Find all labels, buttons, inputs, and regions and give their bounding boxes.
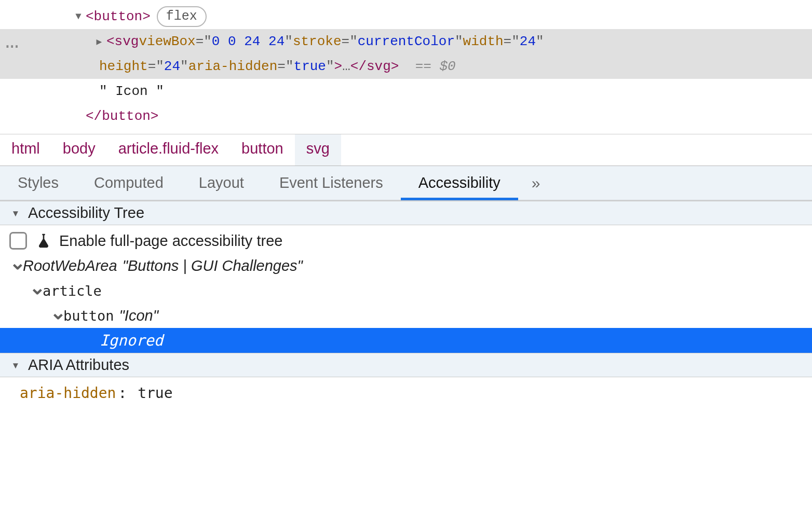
section-title: Accessibility Tree [28, 204, 144, 222]
chevron-down-icon [8, 360, 23, 371]
dom-node-svg-wrap[interactable]: height="24" aria-hidden="true">…</svg> =… [0, 54, 812, 79]
expand-toggle-icon[interactable] [92, 36, 106, 48]
tabs-overflow-icon[interactable]: » [518, 169, 556, 198]
acc-node-article[interactable]: article [0, 278, 812, 303]
expand-toggle-icon[interactable] [71, 11, 86, 22]
chevron-down-icon [8, 208, 23, 219]
section-title: ARIA Attributes [28, 356, 129, 374]
crumb-svg[interactable]: svg [295, 134, 341, 166]
dom-node-button-open[interactable]: <button> flex [0, 4, 812, 29]
tab-accessibility[interactable]: Accessibility [401, 166, 518, 200]
acc-node-ignored[interactable]: Ignored [0, 328, 812, 353]
tab-event-listeners[interactable]: Event Listeners [262, 166, 401, 200]
aria-attributes-body: aria-hidden: true [0, 377, 812, 411]
crumb-button[interactable]: button [230, 134, 295, 166]
acc-node-button[interactable]: button "Icon" [0, 303, 812, 328]
enable-full-page-tree-checkbox[interactable] [9, 232, 27, 250]
chevron-down-icon[interactable] [50, 304, 63, 327]
tab-styles[interactable]: Styles [0, 166, 76, 200]
section-accessibility-tree[interactable]: Accessibility Tree [0, 201, 812, 225]
aria-attr-value: true [138, 384, 172, 402]
chevron-down-icon[interactable] [29, 279, 43, 302]
dom-node-button-close[interactable]: </button> [0, 104, 812, 129]
dom-tree[interactable]: <button> flex … <svg viewBox="0 0 24 24"… [0, 0, 812, 134]
enable-full-page-tree-row[interactable]: Enable full-page accessibility tree [0, 228, 812, 253]
tab-layout[interactable]: Layout [181, 166, 262, 200]
crumb-article[interactable]: article.fluid-flex [107, 134, 230, 166]
aria-attr-name: aria-hidden [20, 384, 116, 402]
dom-node-text[interactable]: " Icon " [0, 79, 812, 104]
dollar-zero-ref: == $0 [415, 59, 456, 74]
enable-full-page-tree-label: Enable full-page accessibility tree [59, 232, 282, 250]
breadcrumb: html body article.fluid-flex button svg [0, 134, 812, 166]
chevron-down-icon[interactable] [9, 254, 23, 277]
flex-badge[interactable]: flex [157, 6, 207, 27]
flask-icon [35, 232, 52, 249]
sidebar-tabs: Styles Computed Layout Event Listeners A… [0, 166, 812, 201]
acc-node-root[interactable]: RootWebArea "Buttons | GUI Challenges" [0, 253, 812, 278]
tab-computed[interactable]: Computed [76, 166, 181, 200]
dom-node-svg[interactable]: … <svg viewBox="0 0 24 24" stroke="curre… [0, 29, 812, 54]
section-aria-attributes[interactable]: ARIA Attributes [0, 353, 812, 377]
crumb-html[interactable]: html [0, 134, 51, 166]
accessibility-tree: Enable full-page accessibility tree Root… [0, 225, 812, 353]
crumb-body[interactable]: body [51, 134, 107, 166]
